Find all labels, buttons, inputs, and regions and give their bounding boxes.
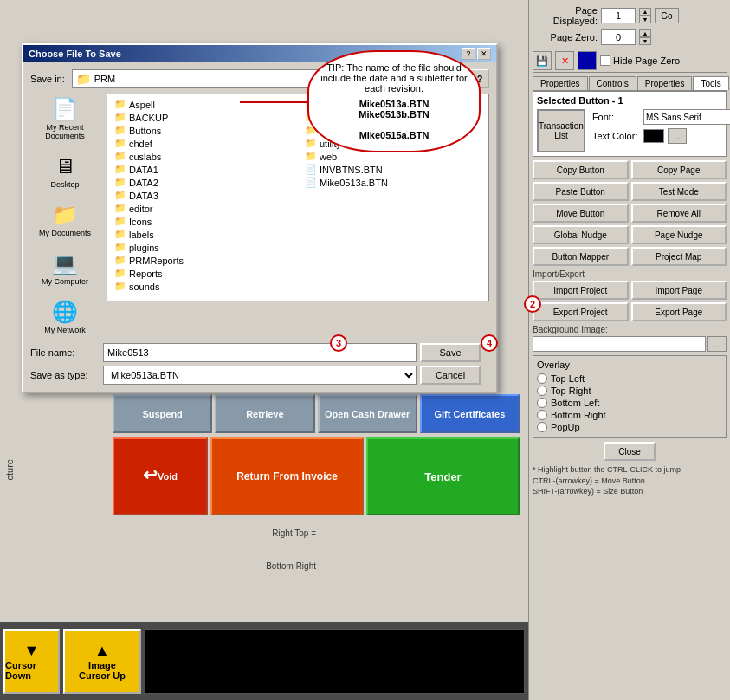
folder-small-icon: 📁	[114, 268, 126, 279]
toolbar-icons: 💾 ✕ Hide Page Zero	[533, 49, 727, 73]
page-displayed-spinner: ▲ ▼	[639, 8, 651, 23]
overlay-top-left-radio[interactable]	[537, 373, 547, 384]
export-project-btn[interactable]: Export Project	[533, 302, 629, 321]
overlay-section: Overlay Top Left Top Right Bottom Left B…	[533, 355, 727, 438]
overlay-popup-row: PopUp	[537, 422, 722, 432]
save-button[interactable]: Save	[420, 343, 481, 362]
file-name-label: File name:	[30, 347, 100, 358]
file-item[interactable]: 📁DATA2	[111, 176, 294, 189]
folder-small-icon: 📁	[114, 177, 126, 188]
desktop-icon: 🖥	[55, 154, 75, 178]
color-icon-btn[interactable]	[578, 51, 597, 70]
file-item-mike0513a[interactable]: 📄Mike0513a.BTN	[301, 176, 485, 189]
file-item[interactable]: 📁PRMReports	[111, 254, 294, 267]
text-color-swatch[interactable]	[643, 129, 664, 143]
hide-page-zero-section: Hide Page Zero	[600, 55, 680, 66]
selected-button-title: Selected Button - 1	[537, 95, 722, 106]
page-displayed-label: Page Displayed:	[533, 5, 598, 26]
file-name-input-wrapper: 3	[103, 343, 417, 362]
file-name-input[interactable]	[103, 343, 417, 362]
file-item[interactable]: 📁Aspell	[111, 98, 294, 111]
tip-balloon: TIP: The name of the file should include…	[307, 50, 481, 152]
page-zero-input[interactable]	[601, 29, 636, 45]
file-item[interactable]: 📁editor	[111, 202, 294, 215]
dialog-footer: File name: 3 Save 4	[30, 343, 489, 385]
file-item[interactable]: 📁Icons	[111, 215, 294, 228]
background-image-label: Background Image:	[533, 325, 727, 334]
recent-docs-label: My Recent Documents	[34, 123, 96, 140]
file-item[interactable]: 📁sounds	[111, 280, 294, 293]
overlay-popup-radio[interactable]	[537, 422, 547, 432]
copy-button-btn[interactable]: Copy Button	[533, 160, 629, 179]
page-displayed-input[interactable]	[601, 8, 636, 23]
test-mode-btn[interactable]: Test Mode	[631, 182, 727, 201]
tab-tools[interactable]: Tools	[693, 76, 728, 90]
overlay-bottom-left-radio[interactable]	[537, 398, 547, 408]
paste-button-btn[interactable]: Paste Button	[533, 182, 629, 201]
copy-page-btn[interactable]: Copy Page	[631, 160, 727, 179]
save-as-type-dropdown[interactable]: Mike0513a.BTN	[103, 366, 417, 385]
overlay-bottom-right-radio[interactable]	[537, 410, 547, 420]
file-item[interactable]: 📁BACKUP	[111, 111, 294, 124]
save-in-value: PRM	[94, 74, 115, 84]
file-item[interactable]: 📁Reports	[111, 267, 294, 280]
background-image-input[interactable]	[533, 336, 706, 352]
tip-text: TIP: The name of the file should include…	[320, 62, 467, 94]
file-item[interactable]: 📁cuslabs	[111, 150, 294, 163]
color-browse-btn[interactable]: ...	[668, 128, 687, 144]
tab-properties-1[interactable]: Properties	[533, 76, 588, 90]
tab-controls[interactable]: Controls	[589, 76, 636, 90]
sidebar-desktop[interactable]: 🖥 Desktop	[47, 151, 82, 192]
overlay-top-right-radio[interactable]	[537, 386, 547, 396]
page-zero-spinner: ▲ ▼	[639, 29, 651, 45]
tab-properties-2[interactable]: Properties	[637, 76, 693, 90]
page-nudge-btn[interactable]: Page Nudge	[631, 225, 727, 244]
folder-small-icon: 📁	[114, 112, 126, 123]
save-icon-btn[interactable]: 💾	[533, 51, 552, 70]
save-in-label: Save in:	[30, 74, 65, 84]
font-input[interactable]	[643, 109, 730, 125]
file-item[interactable]: 📁DATA3	[111, 189, 294, 202]
button-mapper-btn[interactable]: Button Mapper	[533, 247, 629, 266]
overlay-popup-label: PopUp	[551, 422, 580, 432]
folder-small-icon: 📁	[305, 151, 317, 162]
import-page-btn[interactable]: Import Page	[631, 281, 727, 300]
folder-small-icon: 📁	[114, 229, 126, 240]
import-project-btn[interactable]: Import Project	[533, 281, 629, 300]
page-down-btn[interactable]: ▼	[639, 16, 651, 23]
export-page-btn[interactable]: Export Page	[631, 302, 727, 321]
page-zero-down-btn[interactable]: ▼	[639, 37, 651, 45]
import-export-grid: Import Project Import Page Export Projec…	[533, 281, 727, 321]
page-displayed-row: Page Displayed: ▲ ▼ Go	[533, 5, 727, 26]
file-item[interactable]: 📁Buttons	[111, 124, 294, 137]
delete-icon-btn[interactable]: ✕	[555, 51, 574, 70]
left-panel: cture Suspend Retrieve Open Cash Drawer …	[0, 0, 528, 700]
project-map-btn[interactable]: Project Map	[631, 247, 727, 266]
file-item[interactable]: 📁plugins	[111, 241, 294, 254]
sidebar-my-computer[interactable]: 💻 My Computer	[38, 248, 92, 289]
file-item[interactable]: 📁DATA1	[111, 163, 294, 176]
file-item[interactable]: 📁chdef	[111, 137, 294, 150]
doc-icon: 📄	[305, 177, 317, 188]
background-image-browse-btn[interactable]: ...	[707, 336, 727, 352]
dialog-help-btn[interactable]: ?	[462, 48, 475, 60]
page-zero-up-btn[interactable]: ▲	[639, 29, 651, 37]
remove-all-btn[interactable]: Remove All	[631, 204, 727, 223]
page-up-btn[interactable]: ▲	[639, 8, 651, 16]
global-nudge-btn[interactable]: Global Nudge	[533, 225, 629, 244]
sidebar-my-docs[interactable]: 📁 My Documents	[36, 199, 94, 241]
sidebar-my-network[interactable]: 🌐 My Network	[41, 296, 89, 338]
go-button[interactable]: Go	[655, 8, 679, 23]
folder-small-icon: 📁	[114, 164, 126, 175]
file-item[interactable]: 📁labels	[111, 228, 294, 241]
close-button[interactable]: Close	[604, 442, 656, 461]
sidebar-recent-docs[interactable]: 📄 My Recent Documents	[30, 94, 100, 144]
cancel-button[interactable]: Cancel	[420, 366, 481, 385]
folder-small-icon: 📁	[114, 281, 126, 292]
dialog-close-btn[interactable]: ✕	[477, 48, 491, 60]
overlay-bottom-right-label: Bottom Right	[551, 410, 606, 420]
move-button-btn[interactable]: Move Button	[533, 204, 629, 223]
overlay-top-left-row: Top Left	[537, 373, 722, 384]
file-item-invbtns[interactable]: 📄INVBTNS.BTN	[301, 163, 485, 176]
hide-page-zero-checkbox[interactable]	[600, 55, 610, 66]
